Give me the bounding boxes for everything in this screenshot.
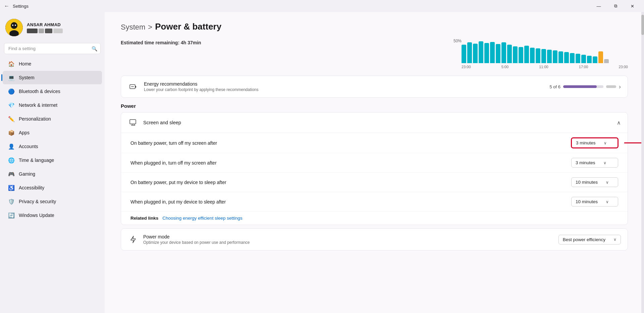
energy-progress-text: 5 of 6	[549, 84, 560, 89]
minimize-button[interactable]: —	[591, 1, 606, 11]
energy-card-row[interactable]: Energy recommendations Lower your carbon…	[121, 76, 628, 97]
chart-time-2: 11:00	[539, 65, 548, 69]
chart-bar-20	[576, 54, 580, 63]
chart-bar-13	[536, 48, 540, 63]
sidebar-item-accessibility[interactable]: ♿ Accessibility	[3, 181, 102, 194]
titlebar: ← Settings — ⧉ ✕	[0, 0, 644, 12]
accessibility-icon: ♿	[8, 184, 15, 191]
network-icon: 💎	[8, 102, 15, 108]
battery-chart: 50% 23:00 5:00 11:00 17:00 23:00	[453, 39, 628, 69]
power-mode-dropdown[interactable]: Best power efficiency ∨	[558, 235, 621, 244]
sidebar-item-label-personalization: Personalization	[19, 116, 51, 122]
chart-bar-25	[604, 59, 609, 63]
svg-rect-8	[130, 120, 136, 124]
related-link[interactable]: Choosing energy efficient sleep settings	[162, 216, 242, 221]
sidebar-item-apps[interactable]: 📦 Apps	[3, 126, 102, 139]
chart-bar-11	[524, 46, 529, 63]
screen-sleep-body: On battery power, turn off my screen aft…	[121, 133, 628, 225]
screen-off-battery-label: On battery power, turn off my screen aft…	[130, 140, 571, 146]
titlebar-left: ← Settings	[4, 3, 29, 9]
sidebar-item-time[interactable]: 🌐 Time & language	[3, 153, 102, 167]
vertical-scrollbar[interactable]	[641, 12, 644, 313]
maximize-button[interactable]: ⧉	[608, 1, 623, 11]
sleep-plugged-dropdown[interactable]: 10 minutes ∨	[571, 197, 618, 207]
power-mode-value: Best power efficiency	[563, 237, 605, 242]
sleep-plugged-row: When plugged in, put my device to sleep …	[121, 192, 628, 212]
back-button[interactable]: ←	[4, 3, 9, 9]
screen-sleep-header[interactable]: Screen and sleep ∧	[121, 113, 628, 133]
breadcrumb-parent: System	[121, 23, 145, 32]
chart-bar-15	[547, 50, 552, 63]
sleep-battery-dropdown[interactable]: 10 minutes ∨	[571, 177, 618, 187]
svg-point-1	[11, 22, 17, 29]
chart-bar-3	[479, 41, 483, 63]
page-title: Power & battery	[155, 21, 221, 32]
sidebar-item-update[interactable]: 🔄 Windows Update	[3, 209, 102, 222]
sidebar-item-accounts[interactable]: 👤 Accounts	[3, 140, 102, 153]
screen-sleep-icon	[128, 117, 139, 128]
chart-bar-24	[598, 51, 603, 63]
close-button[interactable]: ✕	[625, 1, 640, 11]
energy-card-right: 5 of 6 ›	[549, 83, 621, 90]
chart-bar-18	[564, 52, 569, 63]
power-section-title: Power	[121, 103, 628, 109]
chart-bars	[462, 41, 628, 63]
screen-off-plugged-dropdown[interactable]: 3 minutes ∨	[571, 158, 618, 168]
chart-bar-14	[541, 49, 546, 63]
chart-bar-7	[501, 42, 506, 63]
svg-point-4	[15, 25, 16, 26]
dropdown-chevron-icon-2: ∨	[603, 161, 606, 165]
energy-card-text: Energy recommendations Lower your carbon…	[144, 81, 544, 92]
sidebar-item-label-gaming: Gaming	[19, 171, 35, 177]
energy-icon	[128, 81, 139, 92]
sidebar-item-system[interactable]: 💻 System	[3, 71, 102, 84]
user-bars	[27, 29, 63, 33]
gaming-icon: 🎮	[8, 171, 15, 177]
avatar	[5, 19, 23, 36]
battery-time: Estimated time remaining: 4h 37min	[121, 40, 201, 45]
scrollbar-thumb[interactable]	[641, 15, 644, 35]
sidebar-item-home[interactable]: 🏠 Home	[3, 57, 102, 71]
energy-label: Energy recommendations	[144, 81, 544, 87]
energy-recommendations-card[interactable]: Energy recommendations Lower your carbon…	[121, 76, 628, 98]
screen-off-battery-row: On battery power, turn off my screen aft…	[121, 133, 628, 153]
screen-sleep-title: Screen and sleep	[143, 120, 612, 125]
arrow-line	[624, 142, 641, 143]
chart-time-4: 23:00	[619, 65, 628, 69]
app-body: ANSAR AHMAD 🔍 🏠 Home 💻 System 🔵 Bluetoot…	[0, 12, 644, 313]
chart-bar-12	[530, 48, 535, 63]
sidebar-item-privacy[interactable]: 🛡️ Privacy & security	[3, 195, 102, 208]
sidebar-item-network[interactable]: 💎 Network & internet	[3, 98, 102, 112]
search-box[interactable]: 🔍	[4, 43, 101, 54]
chart-bar-19	[570, 53, 575, 63]
chart-time-3: 17:00	[579, 65, 588, 69]
sidebar-item-bluetooth[interactable]: 🔵 Bluetooth & devices	[3, 85, 102, 98]
home-icon: 🏠	[8, 60, 15, 67]
screen-off-battery-value: 3 minutes	[576, 140, 596, 145]
sidebar-item-personalization[interactable]: ✏️ Personalization	[3, 112, 102, 126]
chart-bar-21	[581, 55, 586, 63]
power-mode-text: Power mode Optimize your device based on…	[143, 234, 554, 245]
chart-50-label: 50%	[453, 39, 462, 43]
sidebar-item-label-network: Network & internet	[19, 102, 57, 108]
screen-off-battery-dropdown[interactable]: 3 minutes ∨	[571, 138, 618, 148]
sleep-plugged-value: 10 minutes	[576, 199, 598, 204]
battery-info-row: Estimated time remaining: 4h 37min 50% 2…	[121, 39, 628, 69]
related-links-row: Related links Choosing energy efficient …	[121, 212, 628, 225]
chart-bar-1	[467, 42, 472, 63]
dropdown-chevron-icon-4: ∨	[606, 199, 609, 204]
sleep-battery-value: 10 minutes	[576, 180, 598, 185]
sidebar-item-label-home: Home	[19, 61, 31, 66]
power-mode-label: Power mode	[143, 234, 554, 239]
energy-remaining-fill	[606, 85, 616, 88]
chart-time-labels: 23:00 5:00 11:00 17:00 23:00	[462, 65, 628, 69]
user-bar-4	[53, 29, 63, 33]
power-mode-card[interactable]: Power mode Optimize your device based on…	[121, 228, 628, 251]
energy-progress-fill	[563, 85, 597, 88]
chart-bar-6	[496, 44, 500, 63]
sidebar-item-label-privacy: Privacy & security	[19, 199, 56, 204]
energy-progress-remaining	[606, 85, 616, 88]
search-input[interactable]	[4, 43, 101, 54]
sidebar-item-gaming[interactable]: 🎮 Gaming	[3, 167, 102, 181]
chart-bar-17	[558, 51, 563, 63]
